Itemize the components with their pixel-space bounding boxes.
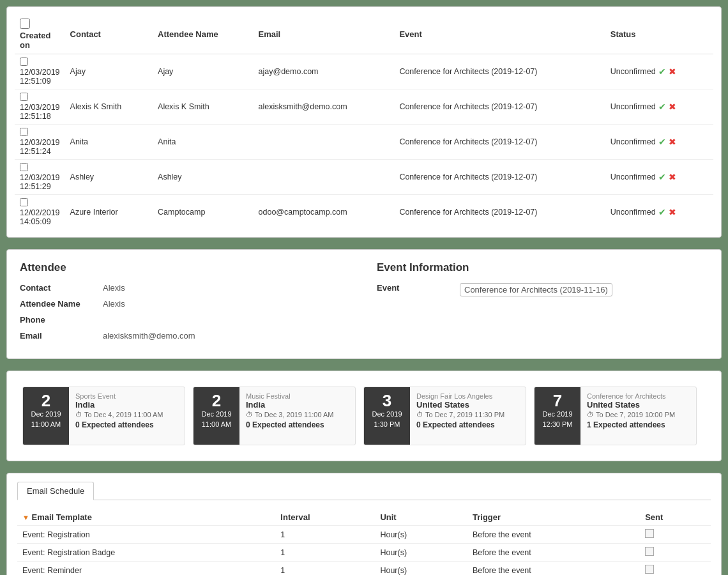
email-schedule-row: Event: Registration 1 Hour(s) Before the…	[17, 526, 711, 544]
table-row: 12/02/2019 14:05:09 Azure Interior Campt…	[15, 195, 713, 230]
phone-label: Phone	[20, 315, 103, 325]
reject-icon[interactable]: ✖	[669, 102, 676, 112]
reject-icon[interactable]: ✖	[669, 137, 676, 147]
attendee-section-title: Attendee	[20, 261, 351, 274]
confirm-icon[interactable]: ✔	[658, 137, 666, 147]
email-sent-cell	[640, 562, 711, 576]
tab-email-schedule[interactable]: Email Schedule	[17, 482, 94, 500]
email-interval-cell: 1	[275, 562, 375, 576]
reject-icon[interactable]: ✖	[669, 172, 676, 182]
confirm-icon[interactable]: ✔	[658, 207, 666, 217]
contact-header: Contact	[65, 15, 153, 54]
row-event: Conference for Architects (2019-12-07)	[394, 195, 605, 230]
row-attendee-name: Alexis K Smith	[153, 89, 253, 125]
event-start-time: 12:30 PM	[542, 420, 572, 428]
email-interval-cell: 1	[275, 544, 375, 562]
event-start-time: 11:00 AM	[31, 420, 61, 428]
attendee-name-label: Attendee Name	[20, 299, 103, 309]
status-header: Status	[605, 15, 713, 54]
confirm-icon[interactable]: ✔	[658, 102, 666, 112]
event-to-date: To Dec 7, 2019 11:30 PM	[425, 411, 504, 418]
row-status-cell: Unconfirmed ✔ ✖	[605, 125, 713, 160]
sent-header: Sent	[640, 509, 711, 526]
event-date-box: 3 Dec 2019 1:30 PM	[364, 387, 410, 445]
row-event: Conference for Architects (2019-12-07)	[394, 160, 605, 195]
email-template-cell: Event: Reminder	[17, 562, 275, 576]
row-created-on: 12/03/2019 12:51:18	[20, 103, 60, 121]
row-status-cell: Unconfirmed ✔ ✖	[605, 160, 713, 195]
event-name: India	[75, 400, 178, 410]
event-date-box: 2 Dec 2019 11:00 AM	[23, 387, 69, 445]
row-attendee-name: Ashley	[153, 160, 253, 195]
event-month-year: Dec 2019	[31, 410, 61, 418]
table-row: 12/03/2019 12:51:09 Ajay Ajay ajay@demo.…	[15, 54, 713, 89]
row-email: alexisksmith@demo.com	[254, 89, 395, 125]
event-attendees: 0 Expected attendees	[75, 420, 178, 429]
attendee-name-value: Alexis	[103, 299, 125, 309]
email-unit-cell: Hour(s)	[375, 544, 467, 562]
event-label: Event	[377, 283, 460, 293]
row-checkbox[interactable]	[20, 198, 28, 206]
event-info-box: Conference for Architects United States …	[580, 387, 696, 434]
row-check-cell: 12/03/2019 12:51:18	[15, 89, 65, 125]
row-created-on: 12/02/2019 14:05:09	[20, 208, 60, 226]
event-row: Event Conference for Architects (2019-11…	[377, 283, 708, 296]
row-checkbox[interactable]	[20, 93, 28, 101]
row-contact: Ajay	[65, 54, 153, 89]
contact-label: Contact	[20, 283, 103, 293]
clock-icon	[587, 411, 594, 418]
trigger-header: Trigger	[467, 509, 640, 526]
row-created-on: 12/03/2019 12:51:09	[20, 68, 60, 86]
event-card[interactable]: 3 Dec 2019 1:30 PM Design Fair Los Angel…	[363, 387, 526, 445]
email-unit-cell: Hour(s)	[375, 562, 467, 576]
row-event: Conference for Architects (2019-12-07)	[394, 54, 605, 89]
event-name: United States	[416, 400, 519, 410]
registrations-table-card: Created on Contact Attendee Name Email E…	[6, 6, 722, 238]
email-sent-cell	[640, 544, 711, 562]
email-template-header: ▼ Email Template	[17, 509, 275, 526]
email-template-cell: Event: Registration	[17, 526, 275, 544]
select-all-checkbox[interactable]	[20, 19, 30, 29]
row-contact: Alexis K Smith	[65, 89, 153, 125]
event-date-box: 7 Dec 2019 12:30 PM	[535, 387, 580, 445]
event-category: Design Fair Los Angeles	[416, 392, 519, 400]
event-category: Sports Event	[75, 392, 178, 400]
contact-value: Alexis	[103, 283, 125, 293]
row-checkbox[interactable]	[20, 163, 28, 171]
event-card[interactable]: 7 Dec 2019 12:30 PM Conference for Archi…	[534, 387, 697, 445]
row-checkbox[interactable]	[20, 57, 28, 66]
row-status-cell: Unconfirmed ✔ ✖	[605, 89, 713, 125]
email-trigger-cell: Before the event	[467, 526, 640, 544]
confirm-icon[interactable]: ✔	[658, 66, 666, 77]
event-to-date: To Dec 3, 2019 11:00 AM	[255, 411, 334, 418]
row-status: Unconfirmed	[610, 172, 656, 181]
event-day: 2	[212, 392, 221, 409]
row-checkbox[interactable]	[20, 128, 28, 136]
interval-header: Interval	[275, 509, 375, 526]
reject-icon[interactable]: ✖	[669, 66, 676, 77]
confirm-icon[interactable]: ✔	[658, 172, 666, 182]
event-attendees: 0 Expected attendees	[246, 420, 349, 429]
row-event: Conference for Architects (2019-12-07)	[394, 89, 605, 125]
row-attendee-name: Ajay	[153, 54, 253, 89]
events-section: 2 Dec 2019 11:00 AM Sports Event India T…	[15, 379, 713, 453]
event-card[interactable]: 2 Dec 2019 11:00 AM Music Festival India…	[193, 387, 356, 445]
event-value: Conference for Architects (2019-11-16)	[460, 283, 612, 296]
select-all-col: Created on	[15, 15, 65, 54]
reject-icon[interactable]: ✖	[669, 207, 676, 217]
row-check-cell: 12/03/2019 12:51:24	[15, 125, 65, 160]
event-card[interactable]: 2 Dec 2019 11:00 AM Sports Event India T…	[22, 387, 185, 445]
events-cards-card: 2 Dec 2019 11:00 AM Sports Event India T…	[6, 371, 722, 461]
row-check-cell: 12/03/2019 12:51:09	[15, 54, 65, 89]
row-contact: Azure Interior	[65, 195, 153, 230]
sort-arrow-icon: ▼	[22, 514, 29, 521]
clock-icon	[246, 411, 253, 418]
row-created-on: 12/03/2019 12:51:29	[20, 173, 60, 191]
attendee-name-row: Attendee Name Alexis	[20, 299, 351, 309]
event-info-col: Event Information Event Conference for A…	[377, 261, 708, 347]
event-to-date: To Dec 4, 2019 11:00 AM	[84, 411, 163, 418]
row-email: ajay@demo.com	[254, 54, 395, 89]
row-status: Unconfirmed	[610, 102, 656, 111]
event-info-box: Design Fair Los Angeles United States To…	[410, 387, 526, 434]
email-trigger-cell: Before the event	[467, 562, 640, 576]
